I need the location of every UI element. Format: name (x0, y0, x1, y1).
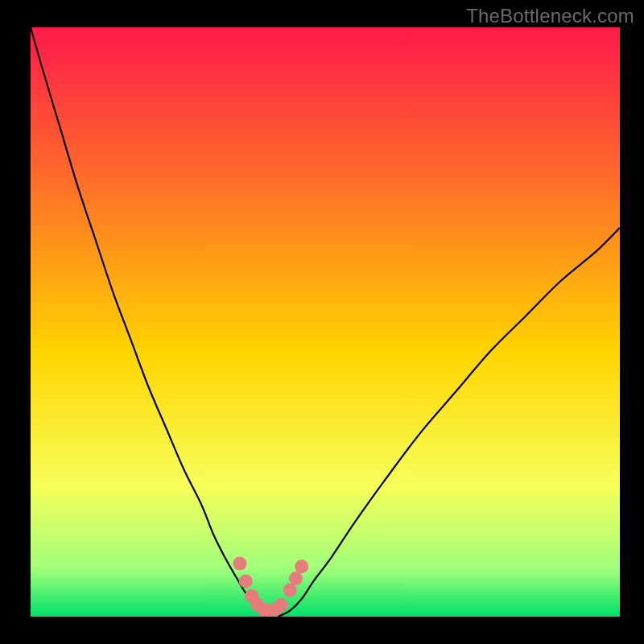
plot-area (31, 27, 620, 617)
watermark-text: TheBottleneck.com (466, 5, 634, 27)
gradient-background (31, 27, 620, 617)
data-point (239, 575, 253, 588)
data-point (275, 598, 288, 612)
data-point (295, 559, 308, 573)
chart-svg (31, 27, 620, 617)
data-point (283, 584, 297, 597)
data-point (289, 572, 303, 585)
data-point (233, 557, 246, 571)
